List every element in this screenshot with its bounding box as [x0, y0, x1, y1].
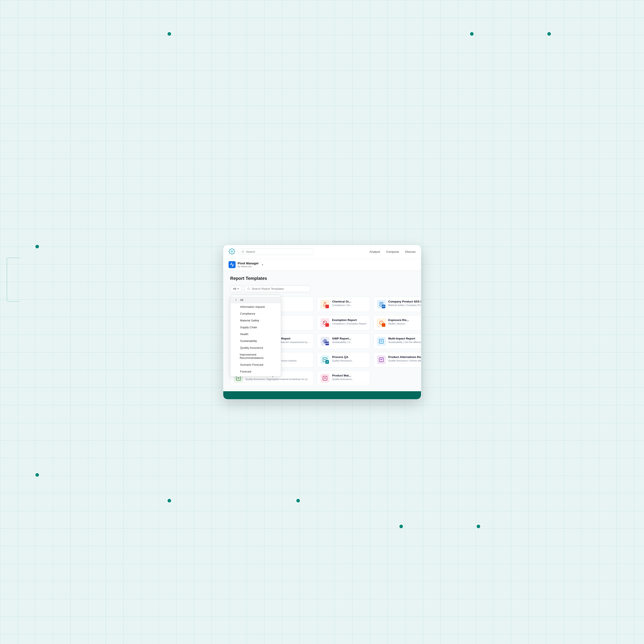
template-icon-sds: SDS	[377, 300, 386, 309]
dropdown-item-forecast[interactable]: Forecast	[231, 368, 281, 375]
template-meta: Quality Assurance...	[332, 359, 366, 362]
template-info: Product Alternatives Report Quality Assu…	[388, 355, 421, 362]
app-title-group: Pivot Manager By Makersite	[238, 262, 259, 268]
template-name: Exposure Ris...	[388, 318, 421, 322]
template-card-exposure[interactable]: Exposure Ris... Health | Assess...	[373, 315, 421, 330]
badge-qa: QA	[325, 360, 329, 364]
template-meta: Sustainability | G...	[332, 341, 366, 343]
circuit-dot	[168, 32, 171, 36]
main-content: Report Templates All ▾ ✓ All	[223, 271, 421, 391]
dropdown-item-material-safety[interactable]: Material Safety	[231, 317, 281, 324]
template-search-input[interactable]	[252, 287, 308, 290]
app-by: By Makersite	[238, 265, 259, 268]
template-name: Company Product SDS Report	[388, 300, 421, 303]
template-meta: Compliance | Ge...	[332, 304, 366, 306]
template-name: Chemical Gr...	[332, 300, 366, 303]
template-info: Multi-Impact Report Sustainability | Get…	[388, 337, 421, 343]
badge	[325, 323, 329, 327]
top-navigation: Analyze Compose Discuss	[369, 249, 415, 254]
gear-icon[interactable]	[229, 248, 235, 256]
nav-discuss[interactable]: Discuss	[405, 249, 415, 254]
template-card-product-alternatives[interactable]: Product Alternatives Report Quality Assu…	[373, 352, 421, 367]
dropdown-item-improvement-rec[interactable]: Improvement Recommendations	[231, 351, 281, 361]
template-search-icon	[247, 287, 250, 290]
dropdown-item-sustainability[interactable]: Sustainability	[231, 338, 281, 344]
circuit-dot	[35, 473, 39, 477]
template-meta: Quality Assurance | Shows alternative ma…	[388, 359, 421, 362]
template-icon-prod	[377, 355, 386, 364]
app-bar: Pivot Manager By Makersite ▾	[223, 259, 421, 271]
filter-dropdown-menu: ✓ All Information request Compliance Mat…	[230, 295, 281, 376]
circuit-dot	[35, 245, 39, 248]
filter-dropdown[interactable]: All ▾	[230, 285, 242, 292]
template-card-sds[interactable]: SDS Company Product SDS Report Material …	[373, 297, 421, 312]
dropdown-item-all[interactable]: ✓ All	[231, 297, 281, 303]
check-icon: ✓	[235, 298, 238, 301]
template-info: Exemption Report Compliance | Exemption …	[332, 318, 366, 325]
template-card-product-mat[interactable]: Product Mat... Quality Assurance...	[317, 371, 370, 386]
template-card-gwp[interactable]: GWP GWP Report... Sustainability | G...	[317, 334, 370, 349]
page-title: Report Templates	[230, 276, 414, 281]
template-card-multi-impact[interactable]: Multi-Impact Report Sustainability | Get…	[373, 334, 421, 349]
dropdown-item-scenario-forecast[interactable]: Scenario Forecast	[231, 361, 281, 368]
template-name: Process QA	[332, 355, 366, 359]
svg-point-1	[242, 251, 244, 253]
app-logo	[229, 261, 236, 268]
dropdown-item-health[interactable]: Health	[231, 331, 281, 338]
template-name: Exemption Report	[332, 318, 366, 322]
template-name: Product Alternatives Report	[388, 355, 421, 359]
search-icon	[242, 250, 244, 253]
template-icon-exem	[321, 318, 329, 327]
template-meta: Compliance | Exemption Report	[332, 322, 366, 325]
template-card-chemical[interactable]: Chemical Gr... Compliance | Ge...	[317, 297, 370, 312]
template-meta: Sustainability | Get the different impac…	[388, 341, 421, 343]
template-meta: Material Safety | Company Product SDS Re…	[388, 304, 421, 306]
template-name: Multi-Impact Report	[388, 337, 421, 340]
dropdown-item-compliance[interactable]: Compliance	[231, 310, 281, 317]
svg-point-2	[247, 288, 249, 289]
template-icon-multi	[377, 337, 386, 346]
circuit-dot	[168, 499, 171, 502]
chevron-down-icon[interactable]: ▾	[262, 263, 263, 266]
template-icon-gwp: GWP	[321, 337, 329, 346]
badge	[382, 323, 385, 327]
app-window: Analyze Compose Discuss Pivot Manager By…	[223, 245, 421, 399]
badge	[325, 305, 329, 308]
filter-selected-label: All	[233, 287, 236, 290]
nav-compose[interactable]: Compose	[386, 249, 399, 254]
circuit-dot	[477, 525, 480, 528]
app-name: Pivot Manager	[238, 262, 259, 265]
svg-point-0	[231, 251, 233, 252]
global-search-bar[interactable]	[239, 249, 314, 255]
bottom-bar	[223, 391, 421, 399]
circuit-dot	[296, 499, 300, 502]
template-card-process-qa[interactable]: QA Process QA Quality Assurance...	[317, 352, 370, 367]
template-icon-pmat	[321, 374, 329, 383]
template-search-bar[interactable]	[244, 285, 310, 292]
template-icon-chem	[321, 300, 329, 309]
template-meta: Quality Assurance | Aggregated material …	[245, 378, 310, 380]
circuit-dot	[399, 525, 403, 528]
dropdown-item-supply-chain[interactable]: Supply Chain	[231, 324, 281, 331]
template-card-exemption[interactable]: Exemption Report Compliance | Exemption …	[317, 315, 370, 330]
template-info: Exposure Ris... Health | Assess...	[388, 318, 421, 325]
global-search-input[interactable]	[246, 250, 311, 253]
template-info: GWP Report... Sustainability | G...	[332, 337, 366, 343]
template-meta: Quality Assurance...	[332, 378, 366, 380]
top-bar: Analyze Compose Discuss	[223, 245, 421, 259]
template-info: Company Product SDS Report Material Safe…	[388, 300, 421, 306]
template-info: Process QA Quality Assurance...	[332, 355, 366, 362]
dropdown-item-info-request[interactable]: Information request	[231, 303, 281, 310]
chevron-down-icon: ▾	[238, 287, 239, 290]
template-meta: Health | Assess...	[388, 322, 421, 325]
dropdown-item-quality-assurance[interactable]: Quality Assurance	[231, 344, 281, 351]
nav-analyze[interactable]: Analyze	[369, 249, 380, 254]
template-name: Product Mat...	[332, 374, 366, 377]
template-info: Product Mat... Quality Assurance...	[332, 374, 366, 380]
circuit-decoration	[7, 258, 20, 302]
template-info: Chemical Gr... Compliance | Ge...	[332, 300, 366, 306]
template-icon-expo	[377, 318, 386, 327]
filter-row: All ▾ ✓ All Information request	[230, 285, 414, 292]
badge-gwp: GWP	[325, 342, 329, 345]
template-name: GWP Report...	[332, 337, 366, 340]
